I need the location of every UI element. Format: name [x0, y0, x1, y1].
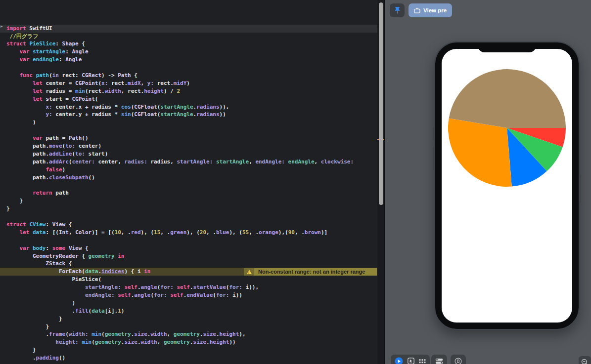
code-line: import SwiftUI	[0, 25, 384, 33]
code-line: path.closeSubpath()	[0, 174, 384, 182]
code-line: )	[0, 299, 384, 307]
current-line-marker-icon: ▸	[0, 24, 3, 29]
code-line: struct CView: View {	[0, 221, 384, 229]
preview-mode-toolbar[interactable]	[391, 355, 430, 364]
code-line: .fill(data[i].1)	[0, 307, 384, 315]
code-line: path.addArc(center: center, radius: radi…	[0, 158, 384, 166]
warning-text: Non-constant range: not an integer range	[254, 268, 377, 276]
pin-button[interactable]	[390, 3, 405, 17]
code-line: struct PieSlice: Shape {	[0, 40, 384, 48]
code-line: .padding()	[0, 354, 384, 362]
play-icon	[395, 357, 403, 364]
power-button	[579, 175, 581, 202]
preview-panel: View pre	[385, 0, 591, 364]
device-screen	[442, 49, 572, 323]
code-line: let start = CGPoint(	[0, 95, 384, 103]
code-line: )	[0, 119, 384, 126]
scrollbar-track[interactable]	[377, 0, 384, 364]
code-line	[0, 17, 384, 25]
code-line: var endAngle: Angle	[0, 56, 384, 64]
code-line: var body: some View {	[0, 244, 384, 252]
code-line: func path(in rect: CGRect) -> Path {	[0, 72, 384, 80]
warning-triangle-icon: !	[247, 270, 252, 274]
zoom-out-button[interactable]	[579, 356, 591, 364]
zoom-out-icon	[581, 359, 589, 364]
code-line: return path	[0, 189, 384, 197]
code-line	[0, 126, 384, 134]
code-line	[0, 181, 384, 189]
code-line	[0, 9, 384, 17]
grid-icon	[419, 358, 426, 364]
code-line: y: center.y + radius * sin(CGFloat(start…	[0, 111, 384, 119]
variants-button[interactable]	[431, 355, 447, 364]
rotate-device-button[interactable]	[451, 355, 466, 364]
code-line: PieSlice(	[0, 276, 384, 283]
code-line	[0, 213, 384, 221]
code-line: .frame(width: min(geometry.size.width, g…	[0, 330, 384, 338]
bag-icon	[414, 7, 420, 13]
code-line: }	[0, 346, 384, 354]
code-line: ZStack {	[0, 260, 384, 268]
code-line: }	[0, 197, 384, 205]
volume-button	[433, 147, 435, 170]
volume-button	[433, 127, 435, 140]
code-line	[0, 64, 384, 72]
code-line: path.addLine(to: start)	[0, 150, 384, 158]
pie-slice-brown	[449, 69, 566, 128]
code-line: }	[0, 315, 384, 323]
rotate-device-icon	[455, 358, 462, 364]
code-editor[interactable]: import SwiftUI //円グラフstruct PieSlice: Sh…	[0, 0, 384, 364]
variants-icon	[435, 358, 443, 364]
code-line	[0, 1, 384, 9]
code-line: let radius = min(rect.width, rect.height…	[0, 87, 384, 95]
code-line: }	[0, 323, 384, 331]
pie-chart	[448, 69, 566, 189]
view-pre-button[interactable]: View pre	[409, 3, 452, 17]
iphone-preview-device	[434, 41, 580, 330]
code-line: x: center.x + radius * cos(CGFloat(start…	[0, 103, 384, 111]
code-line: endAngle: self.angle(for: self.endValue(…	[0, 291, 384, 299]
code-line: startAngle: self.angle(for: self.startVa…	[0, 283, 384, 291]
warning-icon-box: !	[244, 268, 254, 276]
code-lines: import SwiftUI //円グラフstruct PieSlice: Sh…	[0, 1, 384, 362]
code-line	[0, 237, 384, 244]
warning-banner[interactable]: ! Non-constant range: not an integer ran…	[244, 268, 377, 276]
code-line: GeometryReader { geometry in	[0, 252, 384, 260]
pushpin-icon	[394, 6, 401, 14]
code-line: var startAngle: Angle	[0, 48, 384, 56]
pie-slice-orange	[448, 118, 512, 187]
code-line: let data: [(Int, Color)] = [(10, .red), …	[0, 229, 384, 237]
view-pre-label: View pre	[423, 7, 447, 13]
scrollbar-thumb[interactable]	[379, 2, 383, 205]
code-line: false)	[0, 166, 384, 174]
code-line: //円グラフ	[0, 33, 384, 40]
pie-chart-svg	[448, 69, 566, 187]
code-line: var path = Path()	[0, 134, 384, 142]
code-line: }	[0, 205, 384, 213]
code-line: let center = CGPoint(x: rect.midX, y: re…	[0, 80, 384, 87]
code-line: path.move(to: center)	[0, 142, 384, 150]
device-notch	[478, 42, 536, 52]
code-line: height: min(geometry.size.width, geometr…	[0, 338, 384, 346]
cursor-box-icon	[408, 358, 414, 364]
